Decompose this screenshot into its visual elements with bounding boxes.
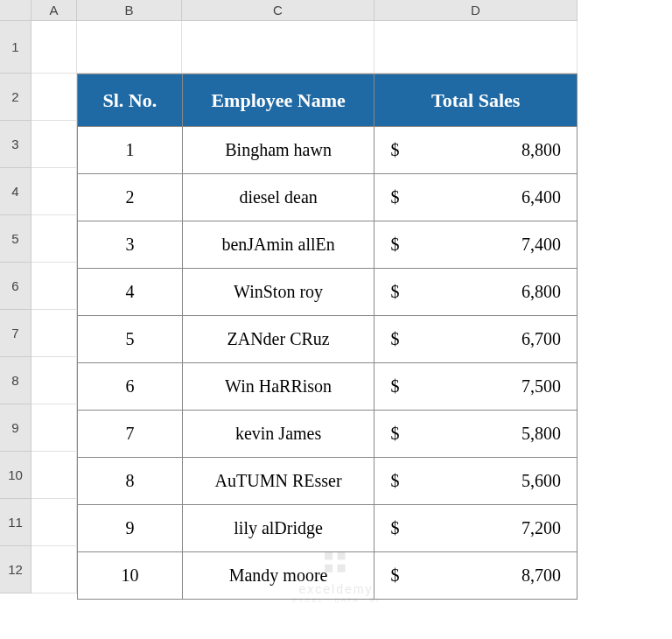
- row-header-8[interactable]: 8: [0, 357, 32, 404]
- currency-symbol: $: [390, 329, 399, 349]
- cell-total-sales[interactable]: $8,800: [374, 127, 578, 174]
- cell-A9[interactable]: [32, 404, 77, 452]
- cell-A11[interactable]: [32, 499, 77, 546]
- cell-total-sales[interactable]: $5,800: [374, 411, 578, 458]
- col-header-D[interactable]: D: [374, 0, 578, 21]
- table-row: 10Mandy moore$8,700: [78, 552, 578, 600]
- cell-A6[interactable]: [32, 263, 77, 310]
- cell-employee-name[interactable]: WinSton roy: [182, 269, 374, 316]
- cell-sl-no[interactable]: 8: [78, 458, 183, 505]
- row-header-6[interactable]: 6: [0, 263, 32, 310]
- sales-value: 5,600: [522, 471, 561, 491]
- header-total-sales[interactable]: Total Sales: [374, 74, 578, 127]
- table-row: 9lily alDridge$7,200: [78, 505, 578, 552]
- sales-value: 6,800: [522, 282, 561, 302]
- row-header-5[interactable]: 5: [0, 215, 32, 263]
- cell-total-sales[interactable]: $6,700: [374, 316, 578, 363]
- cell-A12[interactable]: [32, 546, 77, 593]
- cell-sl-no[interactable]: 9: [78, 505, 183, 552]
- header-sl-no[interactable]: Sl. No.: [78, 74, 183, 127]
- sales-value: 7,500: [522, 376, 561, 397]
- table-row: 8AuTUMN REsser$5,600: [78, 458, 578, 505]
- cell-employee-name[interactable]: AuTUMN REsser: [182, 458, 374, 505]
- currency-symbol: $: [390, 471, 399, 491]
- currency-symbol: $: [390, 518, 399, 538]
- row-header-12[interactable]: 12: [0, 546, 32, 593]
- currency-symbol: $: [390, 376, 399, 397]
- currency-symbol: $: [390, 187, 399, 207]
- cell-A2[interactable]: [32, 74, 77, 121]
- sales-value: 6,700: [522, 329, 561, 349]
- cell-sl-no[interactable]: 6: [78, 363, 183, 411]
- cell-total-sales[interactable]: $8,700: [374, 552, 578, 600]
- cell-employee-name[interactable]: kevin James: [182, 411, 374, 458]
- col-header-A[interactable]: A: [32, 0, 77, 21]
- employee-sales-table: Sl. No. Employee Name Total Sales 1Bingh…: [77, 74, 578, 600]
- cell-sl-no[interactable]: 4: [78, 269, 183, 316]
- row-header-11[interactable]: 11: [0, 499, 32, 546]
- row-header-3[interactable]: 3: [0, 121, 32, 168]
- currency-symbol: $: [390, 282, 399, 302]
- cell-sl-no[interactable]: 10: [78, 552, 183, 600]
- cell-total-sales[interactable]: $7,200: [374, 505, 578, 552]
- cell-employee-name[interactable]: Bingham hawn: [182, 127, 374, 174]
- table-row: 6Win HaRRison$7,500: [78, 363, 578, 411]
- cell-sl-no[interactable]: 1: [78, 127, 183, 174]
- cell-employee-name[interactable]: ZANder CRuz: [182, 316, 374, 363]
- cell-A4[interactable]: [32, 168, 77, 215]
- table-row: 5ZANder CRuz$6,700: [78, 316, 578, 363]
- cell-total-sales[interactable]: $5,600: [374, 458, 578, 505]
- sales-value: 7,400: [522, 235, 561, 255]
- row-header-1[interactable]: 1: [0, 21, 32, 74]
- currency-symbol: $: [390, 424, 399, 444]
- table-row: 7kevin James$5,800: [78, 411, 578, 458]
- cell-employee-name[interactable]: diesel dean: [182, 174, 374, 221]
- cell-A8[interactable]: [32, 357, 77, 404]
- cell-total-sales[interactable]: $6,400: [374, 174, 578, 221]
- row-header-4[interactable]: 4: [0, 168, 32, 215]
- cell-employee-name[interactable]: Mandy moore: [182, 552, 374, 600]
- table-row: 2diesel dean$6,400: [78, 174, 578, 221]
- cell-A1[interactable]: [32, 21, 77, 74]
- cell-sl-no[interactable]: 5: [78, 316, 183, 363]
- currency-symbol: $: [390, 235, 399, 255]
- table-row: 3benJAmin allEn$7,400: [78, 221, 578, 269]
- header-employee-name[interactable]: Employee Name: [182, 74, 374, 127]
- select-all-corner[interactable]: [0, 0, 32, 21]
- cell-B1[interactable]: [77, 21, 182, 74]
- cell-sl-no[interactable]: 3: [78, 221, 183, 269]
- sales-value: 7,200: [522, 518, 561, 538]
- cell-employee-name[interactable]: lily alDridge: [182, 505, 374, 552]
- row-header-10[interactable]: 10: [0, 452, 32, 499]
- cell-sl-no[interactable]: 2: [78, 174, 183, 221]
- table-header-row: Sl. No. Employee Name Total Sales: [78, 74, 578, 127]
- sales-value: 6,400: [522, 187, 561, 207]
- row-header-7[interactable]: 7: [0, 310, 32, 357]
- cell-A10[interactable]: [32, 452, 77, 499]
- cell-sl-no[interactable]: 7: [78, 411, 183, 458]
- cell-total-sales[interactable]: $7,500: [374, 363, 578, 411]
- cell-A7[interactable]: [32, 310, 77, 357]
- currency-symbol: $: [390, 565, 399, 586]
- table-row: 4WinSton roy$6,800: [78, 269, 578, 316]
- cell-employee-name[interactable]: Win HaRRison: [182, 363, 374, 411]
- row-header-2[interactable]: 2: [0, 74, 32, 121]
- cell-total-sales[interactable]: $6,800: [374, 269, 578, 316]
- sales-value: 5,800: [522, 424, 561, 444]
- cell-employee-name[interactable]: benJAmin allEn: [182, 221, 374, 269]
- row-header-9[interactable]: 9: [0, 404, 32, 452]
- sales-value: 8,700: [522, 565, 561, 586]
- cell-A3[interactable]: [32, 121, 77, 168]
- cell-A5[interactable]: [32, 215, 77, 263]
- cell-C1[interactable]: [182, 21, 374, 74]
- currency-symbol: $: [390, 140, 399, 160]
- table-row: 1Bingham hawn$8,800: [78, 127, 578, 174]
- col-header-B[interactable]: B: [77, 0, 182, 21]
- sales-value: 8,800: [522, 140, 561, 160]
- col-header-C[interactable]: C: [182, 0, 374, 21]
- cell-total-sales[interactable]: $7,400: [374, 221, 578, 269]
- cell-D1[interactable]: [374, 21, 578, 74]
